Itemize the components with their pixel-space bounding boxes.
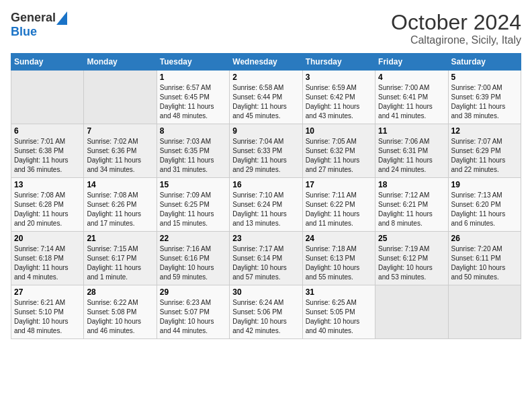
day-number: 17: [306, 180, 372, 189]
month-title: October 2024: [391, 11, 521, 34]
day-number: 9: [232, 126, 299, 136]
col-friday: Friday: [375, 54, 448, 71]
day-number: 8: [160, 126, 226, 136]
day-info: Sunrise: 7:00 AM Sunset: 6:39 PM Dayligh…: [451, 84, 506, 120]
day-number: 10: [306, 126, 372, 136]
table-row: 24Sunrise: 7:18 AM Sunset: 6:13 PM Dayli…: [302, 232, 375, 285]
table-row: [84, 71, 157, 124]
table-row: 17Sunrise: 7:11 AM Sunset: 6:22 PM Dayli…: [302, 178, 375, 232]
table-row: 11Sunrise: 7:06 AM Sunset: 6:31 PM Dayli…: [375, 124, 448, 178]
day-info: Sunrise: 7:20 AM Sunset: 6:11 PM Dayligh…: [451, 245, 506, 281]
table-row: [375, 285, 448, 339]
day-info: Sunrise: 7:08 AM Sunset: 6:28 PM Dayligh…: [14, 191, 69, 227]
day-number: 2: [232, 73, 299, 82]
table-row: 2Sunrise: 6:58 AM Sunset: 6:44 PM Daylig…: [230, 71, 302, 124]
day-number: 13: [14, 180, 81, 189]
day-number: 3: [306, 73, 372, 82]
table-row: 26Sunrise: 7:20 AM Sunset: 6:11 PM Dayli…: [448, 232, 521, 285]
day-info: Sunrise: 7:08 AM Sunset: 6:26 PM Dayligh…: [87, 191, 141, 227]
calendar-header-row: Sunday Monday Tuesday Wednesday Thursday…: [11, 54, 521, 71]
table-row: 9Sunrise: 7:04 AM Sunset: 6:33 PM Daylig…: [230, 124, 302, 178]
table-row: 31Sunrise: 6:25 AM Sunset: 5:05 PM Dayli…: [302, 285, 375, 339]
day-info: Sunrise: 6:59 AM Sunset: 6:42 PM Dayligh…: [306, 84, 360, 120]
day-info: Sunrise: 7:06 AM Sunset: 6:31 PM Dayligh…: [378, 138, 433, 173]
day-info: Sunrise: 7:02 AM Sunset: 6:36 PM Dayligh…: [87, 138, 141, 173]
col-tuesday: Tuesday: [157, 54, 229, 71]
table-row: 10Sunrise: 7:05 AM Sunset: 6:32 PM Dayli…: [302, 124, 375, 178]
day-info: Sunrise: 7:17 AM Sunset: 6:14 PM Dayligh…: [232, 245, 287, 281]
calendar-row-2: 13Sunrise: 7:08 AM Sunset: 6:28 PM Dayli…: [11, 178, 521, 232]
day-number: 1: [160, 73, 226, 82]
day-number: 14: [87, 180, 153, 189]
day-info: Sunrise: 6:23 AM Sunset: 5:07 PM Dayligh…: [160, 299, 214, 334]
table-row: 15Sunrise: 7:09 AM Sunset: 6:25 PM Dayli…: [157, 178, 229, 232]
logo-blue-text: Blue: [11, 25, 37, 38]
day-info: Sunrise: 6:21 AM Sunset: 5:10 PM Dayligh…: [14, 299, 69, 334]
table-row: 8Sunrise: 7:03 AM Sunset: 6:35 PM Daylig…: [157, 124, 229, 178]
day-number: 28: [87, 287, 153, 297]
day-info: Sunrise: 7:07 AM Sunset: 6:29 PM Dayligh…: [451, 138, 506, 173]
day-info: Sunrise: 7:03 AM Sunset: 6:35 PM Dayligh…: [160, 138, 214, 173]
day-info: Sunrise: 7:19 AM Sunset: 6:12 PM Dayligh…: [378, 245, 433, 281]
day-info: Sunrise: 6:57 AM Sunset: 6:45 PM Dayligh…: [160, 84, 214, 120]
day-info: Sunrise: 6:58 AM Sunset: 6:44 PM Dayligh…: [232, 84, 287, 120]
table-row: 28Sunrise: 6:22 AM Sunset: 5:08 PM Dayli…: [84, 285, 157, 339]
table-row: 5Sunrise: 7:00 AM Sunset: 6:39 PM Daylig…: [448, 71, 521, 124]
table-row: 21Sunrise: 7:15 AM Sunset: 6:17 PM Dayli…: [84, 232, 157, 285]
day-number: 7: [87, 126, 153, 136]
day-info: Sunrise: 7:01 AM Sunset: 6:38 PM Dayligh…: [14, 138, 69, 173]
table-row: 4Sunrise: 7:00 AM Sunset: 6:41 PM Daylig…: [375, 71, 448, 124]
table-row: 16Sunrise: 7:10 AM Sunset: 6:24 PM Dayli…: [230, 178, 302, 232]
day-info: Sunrise: 7:05 AM Sunset: 6:32 PM Dayligh…: [306, 138, 360, 173]
table-row: 20Sunrise: 7:14 AM Sunset: 6:18 PM Dayli…: [11, 232, 84, 285]
table-row: 7Sunrise: 7:02 AM Sunset: 6:36 PM Daylig…: [84, 124, 157, 178]
logo: General Blue: [11, 11, 67, 39]
day-number: 25: [378, 234, 445, 243]
day-info: Sunrise: 7:13 AM Sunset: 6:20 PM Dayligh…: [451, 191, 506, 227]
day-number: 22: [160, 234, 226, 243]
day-info: Sunrise: 7:18 AM Sunset: 6:13 PM Dayligh…: [306, 245, 360, 281]
title-block: October 2024 Caltagirone, Sicily, Italy: [391, 11, 521, 46]
day-info: Sunrise: 6:25 AM Sunset: 5:05 PM Dayligh…: [306, 299, 360, 334]
table-row: 13Sunrise: 7:08 AM Sunset: 6:28 PM Dayli…: [11, 178, 84, 232]
table-row: 30Sunrise: 6:24 AM Sunset: 5:06 PM Dayli…: [230, 285, 302, 339]
calendar-row-4: 27Sunrise: 6:21 AM Sunset: 5:10 PM Dayli…: [11, 285, 521, 339]
day-number: 23: [232, 234, 299, 243]
table-row: 1Sunrise: 6:57 AM Sunset: 6:45 PM Daylig…: [157, 71, 229, 124]
day-number: 16: [232, 180, 299, 189]
day-info: Sunrise: 7:14 AM Sunset: 6:18 PM Dayligh…: [14, 245, 69, 281]
calendar-row-1: 6Sunrise: 7:01 AM Sunset: 6:38 PM Daylig…: [11, 124, 521, 178]
day-number: 4: [378, 73, 445, 82]
page-header: General Blue October 2024 Caltagirone, S…: [11, 11, 521, 46]
col-saturday: Saturday: [448, 54, 521, 71]
day-number: 24: [306, 234, 372, 243]
calendar-row-3: 20Sunrise: 7:14 AM Sunset: 6:18 PM Dayli…: [11, 232, 521, 285]
table-row: 14Sunrise: 7:08 AM Sunset: 6:26 PM Dayli…: [84, 178, 157, 232]
day-number: 11: [378, 126, 445, 136]
day-number: 21: [87, 234, 153, 243]
day-number: 5: [451, 73, 518, 82]
location-title: Caltagirone, Sicily, Italy: [391, 34, 521, 46]
day-info: Sunrise: 7:10 AM Sunset: 6:24 PM Dayligh…: [232, 191, 287, 227]
table-row: 22Sunrise: 7:16 AM Sunset: 6:16 PM Dayli…: [157, 232, 229, 285]
table-row: 27Sunrise: 6:21 AM Sunset: 5:10 PM Dayli…: [11, 285, 84, 339]
table-row: 3Sunrise: 6:59 AM Sunset: 6:42 PM Daylig…: [302, 71, 375, 124]
day-info: Sunrise: 7:16 AM Sunset: 6:16 PM Dayligh…: [160, 245, 214, 281]
day-number: 20: [14, 234, 81, 243]
calendar-row-0: 1Sunrise: 6:57 AM Sunset: 6:45 PM Daylig…: [11, 71, 521, 124]
table-row: [448, 285, 521, 339]
day-number: 12: [451, 126, 518, 136]
day-info: Sunrise: 7:15 AM Sunset: 6:17 PM Dayligh…: [87, 245, 141, 281]
table-row: 25Sunrise: 7:19 AM Sunset: 6:12 PM Dayli…: [375, 232, 448, 285]
day-number: 6: [14, 126, 81, 136]
logo-general-text: General: [11, 11, 56, 25]
table-row: 19Sunrise: 7:13 AM Sunset: 6:20 PM Dayli…: [448, 178, 521, 232]
svg-marker-0: [56, 11, 67, 25]
day-number: 30: [232, 287, 299, 297]
col-wednesday: Wednesday: [230, 54, 302, 71]
day-info: Sunrise: 7:09 AM Sunset: 6:25 PM Dayligh…: [160, 191, 214, 227]
day-number: 27: [14, 287, 81, 297]
col-thursday: Thursday: [302, 54, 375, 71]
day-info: Sunrise: 7:11 AM Sunset: 6:22 PM Dayligh…: [306, 191, 360, 227]
table-row: 23Sunrise: 7:17 AM Sunset: 6:14 PM Dayli…: [230, 232, 302, 285]
